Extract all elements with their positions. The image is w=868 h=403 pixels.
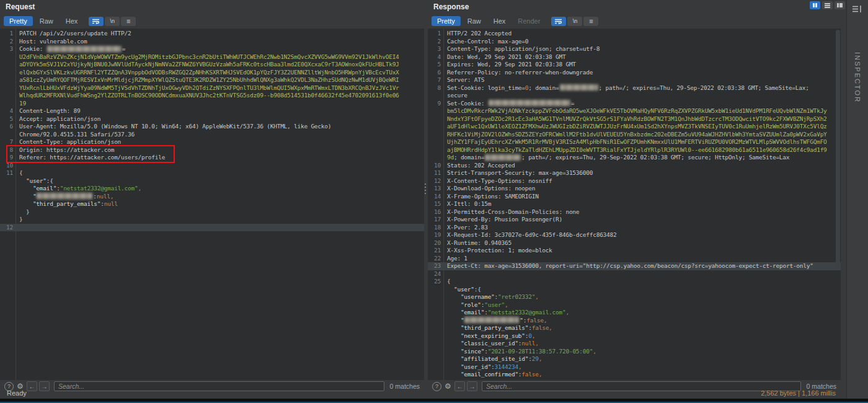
code-line: 19 — [0, 100, 424, 108]
code-text: "next_expiring_sub" — [447, 332, 525, 339]
code-text: PATCH /api/v2/users/update HTTP/2 — [19, 30, 131, 37]
line-number: 2 — [0, 38, 16, 46]
code-text: X-Frame-Options: SAMEORIGIN — [447, 193, 539, 200]
code-text: Cache-Control: max-age=0 — [447, 38, 528, 45]
line-number: 15 — [428, 200, 443, 208]
code-line: ":null, — [0, 193, 424, 201]
code-text: Age: 1 — [447, 255, 467, 262]
response-title: Response — [433, 2, 469, 11]
redacted-text — [47, 46, 122, 52]
editor-menu-icon[interactable]: ≡ — [583, 17, 598, 26]
line-number — [428, 92, 443, 100]
code-text: :{ — [46, 177, 53, 184]
code-line: WlhqdUR2MFRXNlVudFhWSng2YlZZOTRLTnBOSC90… — [0, 92, 424, 100]
code-text: aDYOYk5mSVJ1V2xYUjkyNjBNU0JwNVlUdTAyckNj… — [19, 61, 399, 68]
line-number: 4 — [428, 53, 443, 61]
code-text: U2dFVnBaRzVZVnZKcjN1dVpWOWVTZm9ycUg2MjRO… — [19, 53, 399, 60]
layout-rows-button[interactable] — [822, 1, 833, 9]
line-number: 12 — [0, 224, 16, 232]
code-line: elQxbGYxSlVKLzkvUGRRNFl2YTZZQnA3VnppbOdV… — [0, 69, 424, 77]
wrap-lines-icon[interactable] — [551, 17, 566, 26]
inspector-collapse-icon[interactable] — [852, 4, 862, 15]
code-line: U2dFVnBaRzVZVnZKcjN1dVpWOWVTZm9ycUg2MjRO… — [0, 53, 424, 61]
code-line: bm5lcDMvRkcrRWk2VjAONkYzckppZVFobOdaRO5w… — [428, 107, 841, 115]
code-text: = — [571, 100, 574, 107]
request-tabs: PrettyRawHex — [4, 16, 83, 26]
code-line: "":false, — [428, 317, 841, 325]
line-number: 5 — [428, 61, 443, 69]
layout-columns-button[interactable] — [810, 1, 820, 9]
code-text: Host: vulnerable.com — [19, 38, 87, 45]
code-text: "third_party_emails" — [447, 324, 528, 331]
code-text: Set-Cookie: — [447, 100, 488, 107]
response-size-time: 2,562 bytes | 1,166 millis — [761, 389, 836, 397]
code-line: UjhZY1FFajEyUEhrcXZrWkM5R1RrMVBjV3RISzA4… — [428, 138, 841, 146]
request-editor[interactable]: 1PATCH /api/v2/users/update HTTP/22Host:… — [0, 29, 424, 380]
code-line: 10Status: 202 Accepted — [428, 162, 841, 170]
redacted-text — [464, 317, 519, 323]
line-number: 11 — [0, 169, 16, 177]
code-text: ; path=/; expires=Thu, 29-Sep-2022 02:03… — [521, 154, 789, 161]
code-line: 20X-Runtime: 0.940365 — [428, 239, 841, 247]
code-line: 14X-Frame-Options: SAMEORIGIN — [428, 193, 841, 201]
code-line: 10 — [0, 162, 424, 170]
editor-menu-icon[interactable]: ≡ — [121, 17, 136, 26]
code-text: 29 — [532, 355, 539, 362]
code-text: } — [19, 216, 22, 223]
response-editor[interactable]: 1HTTP/2 202 Accepted2Cache-Control: max-… — [428, 29, 841, 380]
code-text: } — [19, 208, 29, 215]
show-newlines-icon[interactable]: \n — [567, 17, 582, 26]
line-number — [0, 100, 16, 108]
line-number: 1 — [428, 30, 443, 38]
show-newlines-icon[interactable]: \n — [105, 17, 120, 26]
code-line: "third_party_emails":false, — [428, 324, 841, 332]
line-number: 11 — [428, 169, 443, 177]
layout-single-button[interactable] — [835, 1, 845, 9]
code-line: "user_id":3144234, — [428, 363, 841, 371]
line-number: 3 — [0, 45, 16, 53]
tab-hex[interactable]: Hex — [488, 16, 512, 26]
line-number: 21 — [428, 247, 443, 255]
request-code: 1PATCH /api/v2/users/update HTTP/22Host:… — [0, 29, 424, 231]
code-line: 22Age: 1 — [428, 255, 841, 263]
code-line: aDYOYk5mSVJ1V2xYUjkyNjBNU0JwNVlUdTAyckNj… — [0, 61, 424, 69]
code-line: 4Date: Wed, 29 Sep 2021 02:03:38 GMT — [428, 53, 841, 61]
line-number: 23 — [428, 262, 443, 270]
code-text: , — [518, 363, 521, 370]
code-line: "user":{ — [428, 286, 841, 294]
code-line: "classic_user_id":null, — [428, 340, 841, 348]
inspector-sidebar[interactable]: INSPECTOR — [846, 0, 868, 401]
code-text: elQxbGYxSlVKLzkvUGRRNFl2YTZZQnA3VnppbOdV… — [19, 69, 399, 76]
tab-pretty[interactable]: Pretty — [4, 16, 33, 26]
request-header: Request — [0, 0, 424, 14]
wrap-lines-icon[interactable] — [89, 17, 104, 26]
tab-pretty[interactable]: Pretty — [432, 16, 461, 26]
line-number — [428, 355, 443, 363]
code-line: "email":"netstat2332@gmail.com", — [0, 185, 424, 193]
tab-raw[interactable]: Raw — [34, 16, 59, 26]
redacted-text — [37, 193, 92, 199]
code-text: RHFKc1ViMjZOV2lOZWhsSDZ5ZEYzOFRCWmllM2Ft… — [447, 131, 827, 138]
code-text: Content-Length: 89 — [19, 107, 80, 114]
line-number: 9 — [428, 100, 443, 108]
code-text: "netstat2332@gmail.com" — [60, 185, 138, 192]
line-number — [428, 332, 443, 340]
code-line: } — [0, 216, 424, 224]
code-line: "user":{ — [0, 177, 424, 185]
tab-hex[interactable]: Hex — [60, 16, 84, 26]
code-line: 13X-Download-Options: noopen — [428, 185, 841, 193]
code-text: Referer: https://attacker.com/users/prof… — [19, 154, 165, 161]
line-number — [428, 293, 443, 301]
code-text: Expect-Ct: max-age=31536000, report-uri=… — [447, 262, 813, 269]
line-number: 2 — [428, 38, 443, 46]
code-line: "since":"2021-09-28T11:38:57.720-05:00", — [428, 348, 841, 356]
line-number — [0, 76, 16, 84]
code-line: 3Content-Type: application/json; charset… — [428, 45, 841, 53]
response-scrollbar[interactable] — [836, 30, 840, 268]
code-text: , — [532, 332, 535, 339]
tab-raw[interactable]: Raw — [462, 16, 487, 26]
line-number: 22 — [428, 255, 443, 263]
line-number — [428, 301, 443, 309]
panel-splitter-handle[interactable] — [425, 184, 427, 194]
code-line: Chrome/92.0.4515.131 Safari/537.36 — [0, 131, 424, 139]
